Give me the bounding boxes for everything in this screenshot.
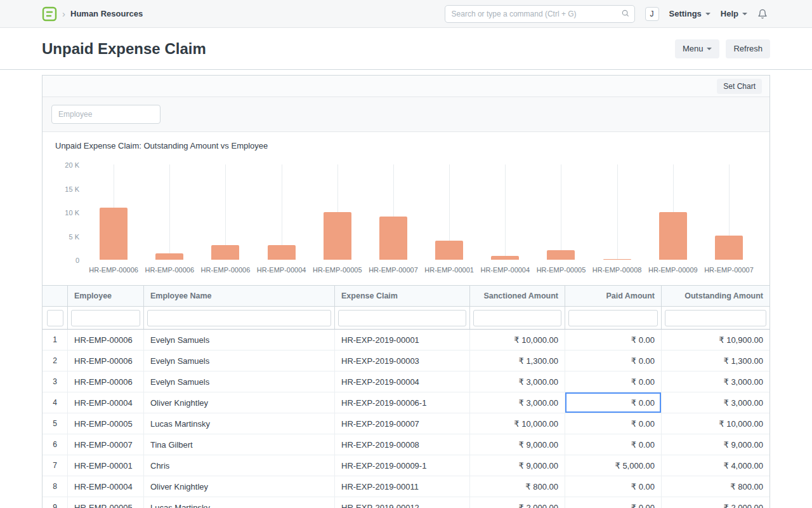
table-row[interactable]: 5 HR-EMP-00005 Lucas Martinsky HR-EXP-20… — [43, 413, 769, 434]
sanctioned-amount-cell[interactable]: ₹ 800.00 — [470, 476, 565, 497]
outstanding-amount-cell[interactable]: ₹ 4,000.00 — [662, 455, 769, 476]
paid-amount-cell[interactable]: ₹ 0.00 — [565, 497, 662, 508]
chart-bar[interactable] — [324, 212, 351, 260]
refresh-button[interactable]: Refresh — [726, 39, 770, 58]
paid-amount-cell[interactable]: ₹ 0.00 — [565, 476, 662, 497]
employee-filter-input[interactable] — [51, 105, 160, 124]
column-header-employee-name[interactable]: Employee Name — [144, 286, 335, 306]
paid-amount-cell[interactable]: ₹ 0.00 — [565, 371, 662, 392]
outstanding-amount-cell[interactable]: ₹ 2,000.00 — [662, 497, 769, 508]
employee-name-cell[interactable]: Evelyn Samuels — [144, 330, 335, 350]
paid-amount-cell[interactable]: ₹ 0.00 — [565, 434, 662, 455]
column-header-expense-claim[interactable]: Expense Claim — [335, 286, 470, 306]
chart-bar[interactable] — [155, 253, 183, 260]
expense-claim-cell[interactable]: HR-EXP-2019-00008 — [335, 434, 470, 455]
outstanding-amount-cell[interactable]: ₹ 800.00 — [662, 476, 769, 497]
employee-cell[interactable]: HR-EMP-00006 — [68, 330, 144, 350]
chart-bar[interactable] — [491, 256, 519, 260]
table-row[interactable]: 3 HR-EMP-00006 Evelyn Samuels HR-EXP-201… — [43, 371, 769, 392]
menu-button[interactable]: Menu — [675, 39, 720, 58]
table-row[interactable]: 2 HR-EMP-00006 Evelyn Samuels HR-EXP-201… — [43, 351, 769, 371]
employee-cell[interactable]: HR-EMP-00004 — [68, 476, 144, 497]
search-input[interactable] — [445, 5, 635, 23]
employee-name-cell[interactable]: Lucas Martinsky — [144, 413, 335, 434]
employee-name-cell[interactable]: Tina Gilbert — [144, 434, 335, 455]
employee-cell[interactable]: HR-EMP-00005 — [68, 413, 144, 434]
sanctioned-amount-cell[interactable]: ₹ 1,300.00 — [470, 351, 565, 371]
sanctioned-amount-cell[interactable]: ₹ 3,000.00 — [470, 371, 565, 392]
outstanding-amount-cell[interactable]: ₹ 3,000.00 — [662, 371, 769, 392]
help-menu[interactable]: Help — [721, 9, 747, 18]
employee-cell[interactable]: HR-EMP-00004 — [68, 392, 144, 413]
table-row[interactable]: 6 HR-EMP-00007 Tina Gilbert HR-EXP-2019-… — [43, 434, 769, 455]
outstanding-amount-cell[interactable]: ₹ 3,000.00 — [662, 392, 769, 413]
table-row[interactable]: 4 HR-EMP-00004 Oliver Knightley HR-EXP-2… — [43, 392, 769, 413]
column-header-employee[interactable]: Employee — [68, 286, 144, 306]
sanctioned-amount-cell[interactable]: ₹ 10,000.00 — [470, 413, 565, 434]
expense-claim-cell[interactable]: HR-EXP-2019-00006-1 — [335, 392, 470, 413]
employee-name-cell[interactable]: Chris — [144, 455, 335, 476]
expense-claim-cell[interactable]: HR-EXP-2019-00003 — [335, 351, 470, 371]
employee-name-cell[interactable]: Evelyn Samuels — [144, 351, 335, 371]
expense-claim-cell[interactable]: HR-EXP-2019-00012 — [335, 497, 470, 508]
expense-claim-cell[interactable]: HR-EXP-2019-00007 — [335, 413, 470, 434]
paid-amount-cell[interactable]: ₹ 0.00 — [565, 413, 662, 434]
column-header-sanctioned-amount[interactable]: Sanctioned Amount — [470, 286, 565, 306]
breadcrumb[interactable]: Human Resources — [70, 9, 143, 18]
outstanding-amount-cell[interactable]: ₹ 10,000.00 — [662, 413, 769, 434]
chart-bar[interactable] — [547, 250, 575, 260]
chart-bar[interactable] — [715, 236, 743, 260]
expense-claim-cell[interactable]: HR-EXP-2019-00011 — [335, 476, 470, 497]
filter-input-outstanding-amount[interactable] — [665, 310, 766, 326]
outstanding-amount-cell[interactable]: ₹ 10,900.00 — [662, 330, 769, 350]
sanctioned-amount-cell[interactable]: ₹ 9,000.00 — [470, 455, 565, 476]
filter-input-employee-name[interactable] — [147, 310, 331, 326]
paid-amount-cell[interactable]: ₹ 5,000.00 — [565, 455, 662, 476]
chart-bar[interactable] — [659, 212, 687, 260]
paid-amount-cell[interactable]: ₹ 0.00 — [565, 351, 662, 371]
user-avatar[interactable]: J — [645, 7, 659, 21]
filter-input-sanctioned-amount[interactable] — [473, 310, 561, 326]
notifications-bell-icon[interactable] — [757, 9, 768, 19]
employee-cell[interactable]: HR-EMP-00001 — [68, 455, 144, 476]
chart-bar[interactable] — [379, 217, 407, 260]
settings-menu[interactable]: Settings — [669, 9, 710, 18]
employee-name-cell[interactable]: Oliver Knightley — [144, 392, 335, 413]
filter-input-paid-amount[interactable] — [568, 310, 658, 326]
paid-amount-cell[interactable]: ₹ 0.00 — [565, 330, 662, 350]
chart-bar[interactable] — [211, 245, 239, 260]
column-header-paid-amount[interactable]: Paid Amount — [565, 286, 662, 306]
outstanding-amount-cell[interactable]: ₹ 9,000.00 — [662, 434, 769, 455]
expense-claim-cell[interactable]: HR-EXP-2019-00001 — [335, 330, 470, 350]
sanctioned-amount-cell[interactable]: ₹ 2,000.00 — [470, 497, 565, 508]
page-head: Unpaid Expense Claim Menu Refresh — [0, 28, 812, 70]
table-row[interactable]: 8 HR-EMP-00004 Oliver Knightley HR-EXP-2… — [43, 476, 769, 497]
sanctioned-amount-cell[interactable]: ₹ 3,000.00 — [470, 392, 565, 413]
chart-bar[interactable] — [603, 259, 631, 260]
filter-input-employee[interactable] — [71, 310, 140, 326]
employee-cell[interactable]: HR-EMP-00007 — [68, 434, 144, 455]
filter-input-row-index[interactable] — [47, 310, 63, 326]
paid-amount-cell[interactable]: ₹ 0.00 — [565, 392, 662, 413]
column-header-outstanding-amount[interactable]: Outstanding Amount — [662, 286, 769, 306]
chart-bar[interactable] — [268, 245, 296, 260]
employee-cell[interactable]: HR-EMP-00005 — [68, 497, 144, 508]
sanctioned-amount-cell[interactable]: ₹ 10,000.00 — [470, 330, 565, 350]
employee-name-cell[interactable]: Oliver Knightley — [144, 476, 335, 497]
employee-name-cell[interactable]: Lucas Martinsky — [144, 497, 335, 508]
employee-name-cell[interactable]: Evelyn Samuels — [144, 371, 335, 392]
employee-cell[interactable]: HR-EMP-00006 — [68, 351, 144, 371]
chart-bar[interactable] — [435, 241, 463, 260]
outstanding-amount-cell[interactable]: ₹ 1,300.00 — [662, 351, 769, 371]
expense-claim-cell[interactable]: HR-EXP-2019-00004 — [335, 371, 470, 392]
table-row[interactable]: 7 HR-EMP-00001 Chris HR-EXP-2019-00009-1… — [43, 455, 769, 476]
expense-claim-cell[interactable]: HR-EXP-2019-00009-1 — [335, 455, 470, 476]
chart-bar[interactable] — [100, 208, 128, 260]
employee-cell[interactable]: HR-EMP-00006 — [68, 371, 144, 392]
table-row[interactable]: 1 HR-EMP-00006 Evelyn Samuels HR-EXP-201… — [43, 330, 769, 351]
table-row[interactable]: 9 HR-EMP-00005 Lucas Martinsky HR-EXP-20… — [43, 497, 769, 508]
erpnext-logo-icon[interactable] — [42, 6, 57, 22]
set-chart-button[interactable]: Set Chart — [717, 79, 762, 94]
sanctioned-amount-cell[interactable]: ₹ 9,000.00 — [470, 434, 565, 455]
filter-input-expense-claim[interactable] — [338, 310, 466, 326]
